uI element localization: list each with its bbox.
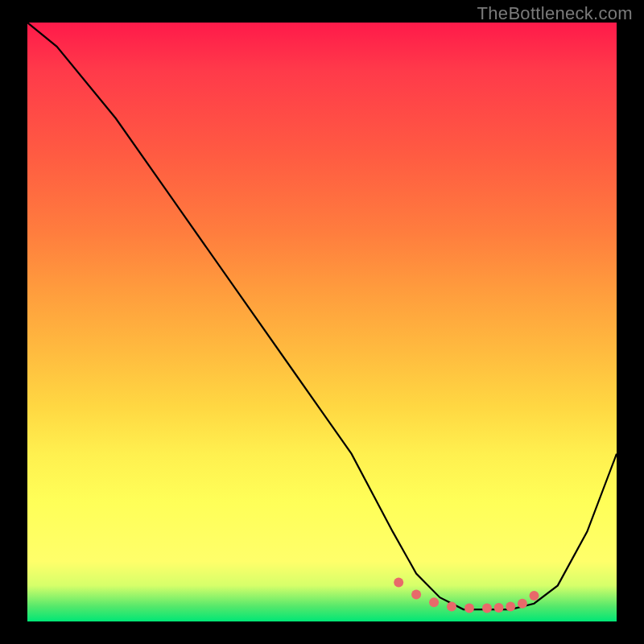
chart-overlay — [27, 23, 617, 621]
chart-container: TheBottleneck.com — [0, 0, 644, 644]
marker-dot — [494, 603, 504, 613]
plot-area — [27, 23, 617, 621]
marker-dot — [447, 601, 456, 611]
marker-dot — [530, 591, 539, 601]
marker-dot — [506, 601, 515, 611]
marker-dot — [429, 597, 439, 607]
marker-dot — [411, 590, 421, 600]
curve-line — [27, 23, 617, 609]
watermark-text: TheBottleneck.com — [477, 3, 633, 24]
marker-dot — [482, 604, 492, 613]
marker-dot — [518, 599, 527, 609]
marker-dot — [394, 578, 403, 588]
marker-dot — [464, 604, 474, 613]
